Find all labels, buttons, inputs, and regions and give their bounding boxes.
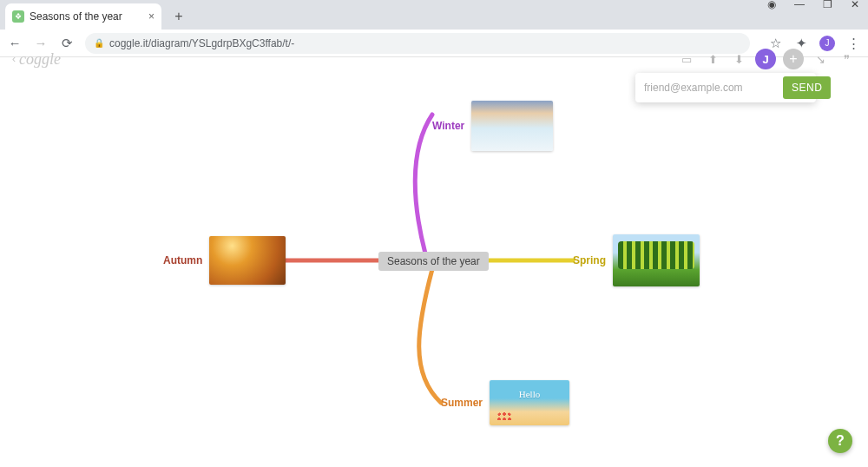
thumb-winter[interactable] xyxy=(471,101,553,151)
add-collaborator-button[interactable]: + xyxy=(783,49,804,69)
tab-close-icon[interactable]: × xyxy=(148,10,155,23)
browser-tab[interactable]: ❖ Seasons of the year × xyxy=(5,3,161,30)
node-label-autumn: Autumn xyxy=(163,254,202,266)
node-label-summer: Summer xyxy=(441,397,483,409)
node-spring[interactable]: Spring xyxy=(573,234,700,286)
node-winter[interactable]: Winter xyxy=(432,101,553,151)
account-dot-icon[interactable]: ◉ xyxy=(766,0,778,10)
center-node[interactable]: Seasons of the year xyxy=(378,252,489,271)
node-label-winter: Winter xyxy=(432,120,464,132)
thumb-autumn[interactable] xyxy=(209,236,286,285)
upload-icon[interactable]: ⬆ xyxy=(703,49,722,69)
present-icon[interactable]: ▭ xyxy=(677,49,696,69)
download-icon[interactable]: ⬇ xyxy=(729,49,748,69)
thumb-spring[interactable] xyxy=(613,234,700,286)
new-tab-button[interactable]: + xyxy=(168,6,189,27)
window-close-icon[interactable]: ✕ xyxy=(849,0,861,10)
node-summer[interactable]: Summer xyxy=(441,380,569,425)
user-avatar[interactable]: J xyxy=(755,49,776,69)
tab-title: Seasons of the year xyxy=(30,10,122,23)
thumb-summer[interactable] xyxy=(490,380,569,425)
mindmap-canvas[interactable]: Seasons of the year Winter Spring Autumn… xyxy=(0,68,868,467)
coggle-logo: coggle xyxy=(19,50,61,69)
node-autumn[interactable]: Autumn xyxy=(163,236,286,285)
chevron-left-icon: ‹ xyxy=(12,53,16,65)
link-icon[interactable]: ↘ xyxy=(811,49,830,69)
node-label-spring: Spring xyxy=(573,254,606,266)
back-to-coggle[interactable]: ‹ coggle xyxy=(12,50,61,69)
window-minimize-icon[interactable]: — xyxy=(793,0,806,10)
comments-icon[interactable]: ❞ xyxy=(837,49,856,69)
favicon-icon: ❖ xyxy=(12,10,24,23)
toolbar: ▭ ⬆ ⬇ J + ↘ ❞ xyxy=(677,49,856,69)
window-restore-icon[interactable]: ❐ xyxy=(821,0,833,10)
tab-strip: ❖ Seasons of the year × + ◉ — ❐ ✕ xyxy=(0,0,868,30)
help-button[interactable]: ? xyxy=(828,429,852,453)
